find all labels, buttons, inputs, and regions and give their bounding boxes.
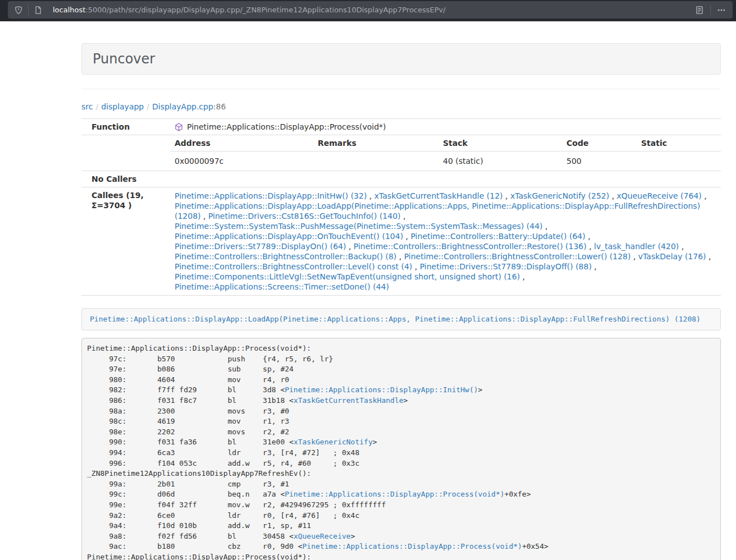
function-row: Function Pinetime::Applications::Display… [81, 119, 721, 135]
callee-separator: , [520, 272, 525, 281]
callee-separator: , [412, 262, 419, 271]
callee-separator: , [679, 242, 684, 251]
code-symbol-link[interactable]: xTaskGenericNotify [294, 438, 373, 446]
more-actions-icon[interactable] [717, 6, 726, 15]
divider [81, 89, 721, 89]
disassembly-block: Pinetime::Applications::DisplayApp::Proc… [81, 338, 721, 560]
stack-value: 40 (static) [438, 152, 562, 171]
callee-link[interactable]: Pinetime::Controllers::BrightnessControl… [175, 262, 412, 271]
static-value [637, 152, 721, 171]
callee-link[interactable]: Pinetime::Drivers::St7789::DisplayOn() (… [175, 242, 346, 251]
code-size-value: 500 [562, 152, 637, 171]
symbol-cube-icon [175, 123, 183, 131]
page-content: Puncover src/displayapp/DisplayApp.cpp:8… [81, 43, 721, 560]
code-symbol-link[interactable]: Pinetime::Applications::DisplayApp::Init… [285, 385, 478, 394]
column-stack: Stack [438, 135, 562, 152]
actions-divider [710, 5, 711, 15]
breadcrumb-line-number: :86 [213, 102, 226, 111]
callee-link[interactable]: Pinetime::Components::LittleVgl::SetNewT… [175, 272, 520, 281]
callers-row: No Callers [81, 171, 721, 187]
callees-row: Callees (19, Σ=3704 ) Pinetime::Applicat… [81, 187, 721, 296]
callee-link[interactable]: Pinetime::Controllers::Battery::Update()… [410, 232, 585, 241]
column-remarks: Remarks [313, 135, 438, 152]
remarks-value [313, 152, 438, 171]
callee-link[interactable]: Pinetime::Drivers::Cst816S::GetTouchInfo… [208, 212, 401, 221]
code-symbol-link[interactable]: xTaskGetCurrentTaskHandle [294, 396, 404, 405]
column-static: Static [637, 135, 721, 152]
highlighted-symbol-panel: Pinetime::Applications::DisplayApp::Load… [81, 308, 721, 331]
callee-link[interactable]: Pinetime::Applications::Screens::Timer::… [175, 282, 389, 291]
callee-link[interactable]: lv_task_handler (420) [594, 242, 679, 251]
callee-separator: , [592, 262, 597, 271]
callee-separator: , [396, 252, 404, 261]
function-name: Pinetime::Applications::DisplayApp::Proc… [187, 122, 386, 132]
url-host: localhost [53, 6, 85, 14]
callee-link[interactable]: Pinetime::Controllers::BrightnessControl… [404, 252, 631, 261]
metrics-row: Address Remarks Stack Code Static 0x0000… [81, 135, 721, 171]
breadcrumb: src/displayapp/DisplayApp.cpp:86 [81, 101, 721, 112]
highlighted-symbol-link[interactable]: Pinetime::Applications::DisplayApp::Load… [90, 315, 701, 323]
page-title: Puncover [93, 52, 710, 66]
breadcrumb-separator: / [144, 102, 152, 111]
callee-separator: , [403, 232, 410, 241]
shield-icon[interactable] [14, 6, 23, 15]
url-path: :5000/path/src/displayapp/DisplayApp.cpp… [85, 6, 445, 14]
callee-separator: , [201, 212, 208, 221]
callee-link[interactable]: xTaskGetCurrentTaskHandle (12) [374, 191, 503, 200]
metrics-header-row: Address Remarks Stack Code Static [170, 135, 721, 152]
symbol-table: Function Pinetime::Applications::Display… [81, 118, 721, 296]
breadcrumb-link-src[interactable]: src [81, 102, 93, 111]
column-address: Address [170, 135, 313, 152]
breadcrumb-separator: / [93, 102, 101, 111]
address-value: 0x0000097c [170, 152, 313, 171]
url-bar[interactable]: localhost:5000/path/src/displayapp/Displ… [8, 1, 733, 19]
metrics-row-label-empty [81, 135, 170, 171]
reader-mode-icon[interactable] [695, 6, 704, 15]
callee-separator: , [630, 252, 638, 261]
page-icon[interactable] [34, 6, 43, 15]
metrics-table: Address Remarks Stack Code Static 0x0000… [170, 135, 721, 171]
callee-separator: , [367, 191, 374, 200]
app-header-panel: Puncover [81, 43, 721, 75]
callees-list: Pinetime::Applications::DisplayApp::Init… [170, 187, 721, 296]
url-text: localhost:5000/path/src/displayapp/Displ… [53, 6, 695, 14]
callee-link[interactable]: Pinetime::Applications::DisplayApp::OnTo… [175, 232, 403, 241]
callee-separator: , [706, 252, 711, 261]
column-code: Code [562, 135, 637, 152]
no-callers-label: No Callers [81, 171, 170, 187]
code-symbol-link[interactable]: Pinetime::Applications::DisplayApp::Proc… [303, 542, 522, 550]
callee-link[interactable]: xTaskGenericNotify (252) [510, 191, 609, 200]
callee-separator: , [401, 212, 406, 221]
callee-link[interactable]: Pinetime::Drivers::St7789::DisplayOff() … [420, 262, 592, 271]
callee-link[interactable]: Pinetime::Applications::DisplayApp::Init… [175, 191, 367, 200]
callee-separator: , [702, 191, 707, 200]
callee-separator: , [587, 242, 594, 251]
code-symbol-link[interactable]: xQueueReceive [294, 532, 351, 540]
callee-separator: , [586, 232, 591, 241]
callee-separator: , [503, 191, 510, 200]
callee-link[interactable]: vTaskDelay (176) [638, 252, 706, 261]
browser-toolbar: localhost:5000/path/src/displayapp/Displ… [0, 0, 736, 21]
callee-link[interactable]: Pinetime::Controllers::BrightnessControl… [175, 252, 396, 261]
callee-separator: , [346, 242, 353, 251]
breadcrumb-link-file[interactable]: DisplayApp.cpp [152, 102, 213, 111]
callee-separator: , [609, 191, 616, 200]
callees-label: Callees (19, Σ=3704 ) [81, 187, 170, 296]
breadcrumb-link-displayapp[interactable]: displayapp [101, 102, 144, 111]
function-label: Function [81, 119, 170, 135]
identity-divider [28, 5, 29, 15]
callee-link[interactable]: Pinetime::System::SystemTask::PushMessag… [175, 222, 543, 231]
callee-separator: , [543, 222, 548, 231]
metrics-value-row: 0x0000097c 40 (static) 500 [170, 152, 721, 171]
callee-link[interactable]: xQueueReceive (764) [617, 191, 702, 200]
disassembly-code: Pinetime::Applications::DisplayApp::Proc… [87, 344, 548, 560]
callee-link[interactable]: Pinetime::Controllers::BrightnessControl… [354, 242, 587, 251]
code-symbol-link[interactable]: Pinetime::Applications::DisplayApp::Proc… [285, 490, 504, 498]
